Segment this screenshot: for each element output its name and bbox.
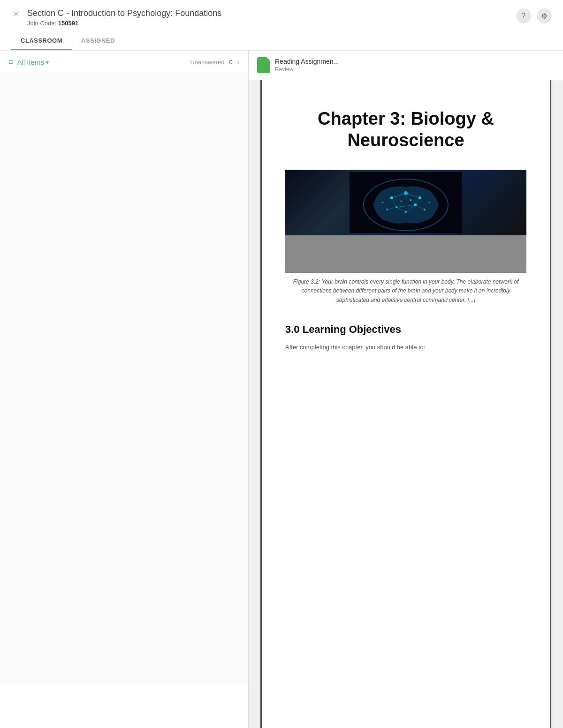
section-heading: 3.0 Learning Objectives [285,323,526,336]
header-left: × Section C - Introduction to Psychology… [11,8,221,27]
filter-left: ≡ All Items ▾ [8,57,49,67]
right-panel: Reading Assignmen... Review Chapter 3: B… [249,51,563,728]
svg-point-21 [410,199,411,201]
title-group: Section C - Introduction to Psychology: … [27,8,221,27]
app-container: × Section C - Introduction to Psychology… [0,0,563,728]
chevron-down-icon: ▾ [46,59,49,66]
svg-point-20 [429,202,430,203]
brain-svg [350,172,462,233]
main-content: ≡ All Items ▾ Unanswered 0 ‹ [0,51,563,728]
left-panel: ≡ All Items ▾ Unanswered 0 ‹ [0,51,249,728]
unanswered-count: 0 [229,59,232,66]
header: × Section C - Introduction to Psychology… [0,0,563,51]
document-viewer[interactable]: Chapter 3: Biology & Neuroscience [249,80,563,728]
all-items-button[interactable]: All Items ▾ [17,58,49,66]
reading-title-group: Reading Assignmen... Review [275,58,339,73]
figure-caption: Figure 3.2: Your brain controls every si… [285,278,526,305]
tabs: CLASSROOM ASSIGNED [11,32,552,50]
help-icon: ? [522,12,526,20]
brain-image [285,170,526,273]
header-top: × Section C - Introduction to Psychology… [11,8,552,27]
filter-right: Unanswered 0 ‹ [190,58,240,67]
brain-image-container: Figure 3.2: Your brain controls every si… [285,170,526,305]
reading-subtitle: Review [275,66,339,73]
filter-bar: ≡ All Items ▾ Unanswered 0 ‹ [0,51,248,74]
brain-image-bottom [285,235,526,273]
filter-icon: ≡ [8,57,14,67]
left-panel-body [0,74,248,683]
reading-title: Reading Assignmen... [275,58,339,65]
svg-point-22 [401,201,402,202]
svg-point-19 [382,202,383,203]
tab-assigned[interactable]: ASSIGNED [72,32,124,50]
help-button[interactable]: ? [516,8,531,23]
settings-icon: ⚙ [541,12,548,21]
section-body-text: After completing this chapter, you shoul… [285,342,526,353]
document-page: Chapter 3: Biology & Neuroscience [260,80,551,728]
reading-header: Reading Assignmen... Review [249,51,563,80]
page-title: Section C - Introduction to Psychology: … [27,8,221,18]
reading-icon [257,57,270,73]
brain-top [285,170,526,235]
chevron-right-icon[interactable]: ‹ [237,58,240,67]
unanswered-label: Unanswered [190,59,224,66]
close-button[interactable]: × [11,9,21,19]
chapter-title: Chapter 3: Biology & Neuroscience [285,108,526,151]
join-code: Join Code: 150591 [27,20,221,27]
tab-classroom[interactable]: CLASSROOM [11,32,72,50]
settings-button[interactable]: ⚙ [537,8,552,23]
header-actions: ? ⚙ [516,8,552,23]
